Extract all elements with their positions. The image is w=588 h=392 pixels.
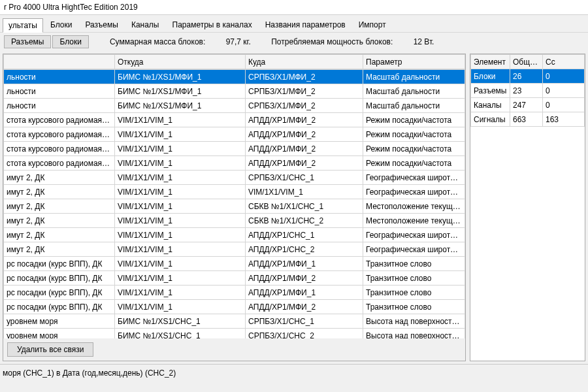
table-row[interactable]: имут 2, ДКVIM/1X1/VIM_1СБКВ №1/X1/СНС_2М… — [4, 214, 465, 228]
primary-tabs: ультатыБлокиРазъемыКаналыПараметры в кан… — [0, 15, 588, 32]
summary-table[interactable]: ЭлементОбщее к-воСс Блоки260Разъемы230Ка… — [470, 54, 585, 127]
table-row[interactable]: уровнем моряБИМС №1/XS1/СНС_1СРПБЗ/X1/СН… — [4, 329, 465, 339]
subtab-blocks[interactable]: Блоки — [52, 35, 89, 48]
main-table-panel: ОткудаКудаПараметр льностиБИМС №1/XS1/МФ… — [3, 54, 466, 361]
tab-0[interactable]: ультаты — [3, 18, 43, 33]
table-row[interactable]: рс посадки (курс ВПП), ДКVIM/1X1/VIM_1АП… — [4, 286, 465, 300]
power-value: 12 Вт. — [414, 37, 434, 46]
mass-label: Суммарная масса блоков: — [110, 37, 205, 46]
tab-5[interactable]: Названия параметров — [259, 18, 351, 32]
table-row[interactable]: стота курсового радиомаяка ILS…VIM/1X1/V… — [4, 113, 465, 127]
col-header[interactable]: Куда — [246, 55, 363, 69]
table-row[interactable]: рс посадки (курс ВПП), ДКVIM/1X1/VIM_1АП… — [4, 257, 465, 271]
power-label: Потребляемая мощность блоков: — [271, 37, 393, 46]
table-row[interactable]: льностиБИМС №1/XS1/МФИ_1СРПБЗ/X1/МФИ_2Ма… — [4, 84, 465, 99]
tab-4[interactable]: Параметры в каналах — [167, 18, 258, 32]
col-header[interactable] — [4, 55, 115, 69]
col-header[interactable]: Общее к-во — [510, 55, 543, 69]
table-row[interactable]: Каналы2470 — [471, 98, 585, 112]
tab-1[interactable]: Блоки — [44, 18, 78, 32]
summary-panel: ЭлементОбщее к-воСс Блоки260Разъемы230Ка… — [470, 54, 585, 361]
mass-value: 97,7 кг. — [226, 37, 251, 46]
table-row[interactable]: имут 2, ДКVIM/1X1/VIM_1АПДД/XP1/СНС_2Гео… — [4, 242, 465, 257]
tab-6[interactable]: Импорт — [353, 18, 392, 32]
status-bar: моря (СНС_1) в Дата (год,месяц,день) (СН… — [0, 364, 588, 392]
subtab-connectors[interactable]: Разъемы — [4, 35, 51, 48]
table-row[interactable]: Разъемы230 — [471, 84, 585, 98]
table-row[interactable]: стота курсового радиомаяка ILS…VIM/1X1/V… — [4, 156, 465, 171]
table-row[interactable]: имут 2, ДКVIM/1X1/VIM_1СРПБЗ/X1/СНС_1Гео… — [4, 171, 465, 185]
delete-all-button[interactable]: Удалить все связи — [7, 342, 93, 357]
col-header[interactable]: Откуда — [115, 55, 246, 69]
table-row[interactable]: льностиБИМС №1/XS1/МФИ_1СРПБЗ/X1/МФИ_2Ма… — [4, 99, 465, 113]
main-table[interactable]: ОткудаКудаПараметр — [3, 54, 465, 69]
col-header[interactable]: Элемент — [471, 55, 510, 69]
table-row[interactable]: рс посадки (курс ВПП), ДКVIM/1X1/VIM_1АП… — [4, 271, 465, 286]
table-row[interactable]: льностиБИМС №1/XS1/МФИ_1СРПБЗ/X1/МФИ_2Ма… — [4, 70, 465, 84]
table-row[interactable]: Сигналы663163 — [471, 112, 585, 127]
col-header[interactable]: Параметр — [363, 55, 465, 69]
col-header[interactable]: Сс — [543, 55, 585, 69]
sub-toolbar: Разъемы Блоки Суммарная масса блоков: 97… — [0, 32, 588, 51]
table-row[interactable]: стота курсового радиомаяка ILS…VIM/1X1/V… — [4, 127, 465, 142]
table-row[interactable]: имут 2, ДКVIM/1X1/VIM_1СБКВ №1/X1/СНС_1М… — [4, 199, 465, 214]
table-row[interactable]: имут 2, ДКVIM/1X1/VIM_1VIM/1X1/VIM_1Геог… — [4, 185, 465, 199]
table-row[interactable]: уровнем моряБИМС №1/XS1/СНС_1СРПБЗ/X1/СН… — [4, 314, 465, 329]
table-row[interactable]: Блоки260 — [471, 69, 585, 84]
window-title: r Pro 4000 Ultra HightTec Edition 2019 — [0, 0, 588, 15]
tab-2[interactable]: Разъемы — [79, 18, 123, 32]
table-row[interactable]: рс посадки (курс ВПП), ДКVIM/1X1/VIM_1АП… — [4, 300, 465, 314]
table-row[interactable]: имут 2, ДКVIM/1X1/VIM_1АПДД/XP1/СНС_1Гео… — [4, 228, 465, 242]
table-row[interactable]: стота курсового радиомаяка ILS…VIM/1X1/V… — [4, 142, 465, 156]
tab-3[interactable]: Каналы — [125, 18, 165, 32]
